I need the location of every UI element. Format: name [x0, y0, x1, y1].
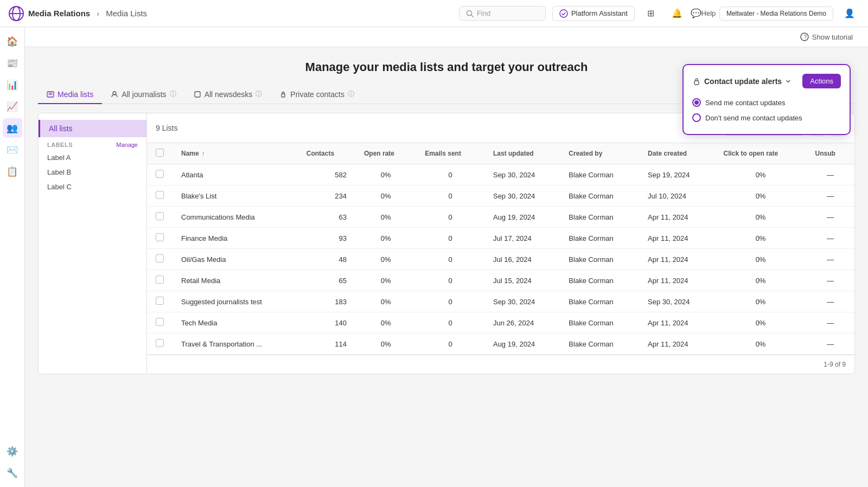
tab-all-journalists[interactable]: All journalists ⓘ	[102, 85, 184, 104]
cell-click-to-open-3: 0%	[714, 228, 806, 249]
cell-open-rate-4: 0%	[355, 249, 416, 270]
cell-created-by-6: Blake Corman	[560, 291, 639, 312]
cell-click-to-open-2: 0%	[714, 207, 806, 228]
media-lists-table: Name ↑ Contacts Open rate Emails sent La…	[147, 143, 854, 355]
cell-name-6[interactable]: Suggested journalists test	[173, 291, 298, 312]
row-checkbox-5[interactable]	[156, 275, 164, 284]
pagination: 1-9 of 9	[147, 355, 854, 374]
account-badge[interactable]: Meltwater - Media Relations Demo	[719, 7, 833, 21]
cell-unsub-8: —	[807, 334, 854, 355]
notifications-icon-button[interactable]: 🔔	[667, 4, 687, 23]
th-date-created[interactable]: Date created	[639, 143, 714, 164]
left-panel: All lists LABELS Manage Label A Label B	[39, 113, 147, 374]
cell-name-5[interactable]: Retail Media	[173, 270, 298, 291]
toolbar: ? Show tutorial Contact update alerts Ac…	[25, 27, 868, 47]
row-checkbox-8[interactable]	[156, 339, 164, 347]
tab-media-lists[interactable]: Media lists	[38, 86, 102, 104]
pagination-text: 1-9 of 9	[824, 361, 846, 368]
sidebar-item-settings[interactable]: 🔧	[3, 463, 22, 483]
label-b-item[interactable]: Label B	[39, 165, 146, 180]
actions-button-in-dropdown[interactable]: Actions	[802, 74, 841, 88]
sort-icon-name: ↑	[202, 150, 205, 157]
th-last-updated[interactable]: Last updated	[484, 143, 560, 164]
assistant-icon	[559, 9, 568, 18]
sidebar-item-analytics[interactable]: 📊	[3, 75, 22, 94]
account-name: Meltwater - Media Relations Demo	[726, 10, 826, 17]
th-open-rate[interactable]: Open rate	[355, 143, 416, 164]
cell-last-updated-4: Jul 16, 2024	[484, 249, 560, 270]
row-checkbox-4[interactable]	[156, 254, 164, 262]
tutorial-icon: ?	[800, 33, 809, 41]
radio-dont-send-icon[interactable]	[692, 113, 701, 122]
radio-option-send[interactable]: Send me contact updates	[692, 95, 841, 110]
platform-assistant-button[interactable]: Platform Assistant	[552, 6, 635, 21]
row-checkbox-1[interactable]	[156, 191, 164, 199]
cell-last-updated-1: Sep 30, 2024	[484, 185, 560, 207]
cell-name-2[interactable]: Communications Media	[173, 207, 298, 228]
tab-private-contacts[interactable]: Private contacts ⓘ	[271, 85, 363, 104]
journalists-info-icon[interactable]: ⓘ	[170, 89, 176, 99]
tab-private-contacts-label: Private contacts	[290, 90, 344, 99]
private-contacts-info-icon[interactable]: ⓘ	[348, 89, 354, 99]
search-bar[interactable]: Find	[459, 6, 546, 21]
sidebar-item-home[interactable]: 🏠	[3, 31, 22, 51]
table-row: Oil/Gas Media 48 0% 0 Jul 16, 2024 Blake…	[147, 249, 854, 270]
cell-name-4[interactable]: Oil/Gas Media	[173, 249, 298, 270]
radio-send-label: Send me contact updates	[705, 99, 785, 107]
sidebar-item-integrations[interactable]: ⚙️	[3, 441, 22, 461]
show-tutorial-button[interactable]: ? Show tutorial	[800, 33, 853, 41]
cell-last-updated-7: Jun 26, 2024	[484, 312, 560, 334]
cell-click-to-open-0: 0%	[714, 164, 806, 185]
cell-name-0[interactable]: Atlanta	[173, 164, 298, 185]
th-click-to-open[interactable]: Click to open rate	[714, 143, 806, 164]
th-created-by[interactable]: Created by	[560, 143, 639, 164]
private-contacts-tab-icon	[279, 91, 287, 98]
label-a-item[interactable]: Label A	[39, 150, 146, 165]
sidebar-item-contacts[interactable]: 👥	[3, 118, 22, 138]
all-lists-item[interactable]: All lists	[39, 120, 146, 137]
th-emails-sent[interactable]: Emails sent	[416, 143, 484, 164]
table-row: Suggested journalists test 183 0% 0 Sep …	[147, 291, 854, 312]
sidebar: 🏠 📰 📊 📈 👥 ✉️ 📋 ⚙️ 🔧	[0, 27, 25, 487]
row-checkbox-2[interactable]	[156, 212, 164, 220]
sidebar-item-messages[interactable]: ✉️	[3, 140, 22, 159]
sidebar-item-chart[interactable]: 📈	[3, 97, 22, 116]
apps-icon-button[interactable]: ⊞	[641, 4, 661, 23]
row-checkbox-0[interactable]	[156, 170, 164, 178]
breadcrumb-sep: ›	[97, 9, 99, 18]
cell-name-1[interactable]: Blake's List	[173, 185, 298, 207]
sidebar-item-news[interactable]: 📰	[3, 53, 22, 73]
cell-emails-sent-5: 0	[416, 270, 484, 291]
label-c-item[interactable]: Label C	[39, 180, 146, 194]
cell-click-to-open-1: 0%	[714, 185, 806, 207]
svg-point-5	[560, 10, 567, 17]
row-checkbox-3[interactable]	[156, 233, 164, 241]
cell-open-rate-8: 0%	[355, 334, 416, 355]
sidebar-item-monitor[interactable]: 📋	[3, 162, 22, 181]
row-checkbox-6[interactable]	[156, 297, 164, 305]
user-avatar-button[interactable]: 👤	[840, 4, 859, 23]
cell-name-3[interactable]: Finance Media	[173, 228, 298, 249]
th-unsub[interactable]: Unsub	[807, 143, 854, 164]
cell-name-7[interactable]: Tech Media	[173, 312, 298, 334]
radio-send-icon[interactable]	[692, 98, 701, 107]
app-logo-text: Media Relations	[28, 9, 90, 18]
tab-all-newsdesks[interactable]: All newsdesks ⓘ	[185, 85, 271, 104]
radio-option-dont-send[interactable]: Don't send me contact updates	[692, 110, 841, 125]
select-all-checkbox[interactable]	[156, 149, 164, 157]
label-a-text: Label A	[47, 153, 71, 162]
cell-created-by-2: Blake Corman	[560, 207, 639, 228]
row-checkbox-7[interactable]	[156, 318, 164, 326]
help-button[interactable]: 💬 Help	[693, 4, 713, 23]
manage-link[interactable]: Manage	[116, 142, 138, 148]
newsdesks-info-icon[interactable]: ⓘ	[256, 89, 262, 99]
cell-name-8[interactable]: Travel & Transportation ...	[173, 334, 298, 355]
chevron-down-icon[interactable]	[785, 78, 792, 85]
cell-created-by-7: Blake Corman	[560, 312, 639, 334]
labels-header: LABELS Manage	[47, 142, 138, 148]
th-contacts[interactable]: Contacts	[298, 143, 355, 164]
labels-title: LABELS	[47, 142, 73, 148]
th-name[interactable]: Name ↑	[173, 143, 298, 164]
table-area: 9 Lists Edit table columns	[147, 113, 854, 374]
cell-unsub-7: —	[807, 312, 854, 334]
